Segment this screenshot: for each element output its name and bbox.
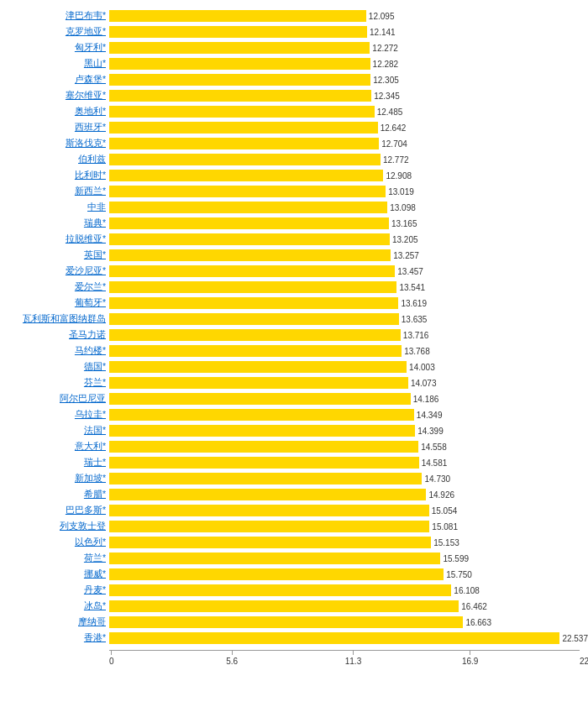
bar-row: 匈牙利*12.272 (0, 40, 588, 55)
bar (109, 154, 381, 165)
bar-value-label: 15.081 (432, 522, 458, 532)
bar-label[interactable]: 荷兰* (0, 553, 109, 564)
bar-area: 14.926 (109, 487, 588, 502)
bar-value-label: 12.642 (381, 123, 407, 133)
x-tick: 16.9 (462, 651, 478, 666)
bar-label[interactable]: 拉脱维亚* (0, 233, 109, 245)
bar-row: 意大利*14.558 (0, 439, 588, 454)
bar-row: 爱沙尼亚*13.457 (0, 264, 588, 279)
bar-label[interactable]: 德国* (0, 361, 109, 373)
bar (109, 138, 379, 149)
bar-label[interactable]: 丹麦* (0, 584, 109, 596)
bar-area: 15.599 (109, 551, 588, 566)
bar-value-label: 14.581 (422, 458, 448, 468)
bar-value-label: 14.186 (413, 395, 439, 404)
bar-label[interactable]: 克罗地亚* (0, 26, 109, 38)
bar-label[interactable]: 比利时* (0, 170, 109, 181)
x-tick-label: 11.3 (345, 657, 361, 666)
bar-value-label: 16.462 (461, 602, 487, 611)
bar-label[interactable]: 黑山* (0, 58, 109, 70)
bar-row: 卢森堡*12.305 (0, 72, 588, 87)
x-tick-label: 0 (109, 657, 114, 666)
bar (109, 568, 444, 580)
bar (109, 281, 396, 293)
bar-label[interactable]: 津巴布韦* (0, 10, 109, 22)
bar-label[interactable]: 马约楼* (0, 345, 109, 357)
bar-label[interactable]: 巴巴多斯* (0, 505, 109, 516)
bar (109, 58, 370, 70)
bar (109, 186, 386, 197)
bar (109, 265, 395, 277)
x-tick-label: 5.6 (226, 657, 238, 666)
bar-label[interactable]: 冰岛* (0, 600, 109, 612)
bar-label[interactable]: 法国* (0, 425, 109, 437)
x-tick-line (353, 651, 354, 655)
x-tick-label: 22.54 (580, 657, 588, 666)
bar (109, 297, 398, 309)
bar-label[interactable]: 斯洛伐克* (0, 138, 109, 149)
bar-label[interactable]: 圣马力诺 (0, 329, 109, 341)
bar (109, 329, 401, 341)
bar-row: 瑞士*14.581 (0, 455, 588, 470)
bar-label[interactable]: 瓦利斯和富图纳群岛 (0, 313, 109, 325)
bar-label[interactable]: 乌拉圭* (0, 409, 109, 421)
bar-label[interactable]: 爱沙尼亚* (0, 265, 109, 277)
bar-label[interactable]: 摩纳哥 (0, 616, 109, 628)
bar-area: 12.908 (109, 168, 588, 183)
bar-label[interactable]: 阿尔巴尼亚 (0, 393, 109, 405)
bar-area: 12.642 (109, 120, 588, 135)
bar-row: 列支敦士登15.081 (0, 519, 588, 534)
bar (109, 632, 559, 644)
bar (109, 345, 402, 357)
bar-label[interactable]: 中非 (0, 202, 109, 213)
bar-label[interactable]: 挪威* (0, 568, 109, 580)
bar-label[interactable]: 爱尔兰* (0, 281, 109, 293)
bar-value-label: 12.345 (374, 92, 400, 101)
bar-label[interactable]: 奥地利* (0, 106, 109, 118)
bar-label[interactable]: 新西兰* (0, 186, 109, 197)
bar-label[interactable]: 意大利* (0, 441, 109, 453)
bar-label[interactable]: 瑞典* (0, 217, 109, 229)
bar-area: 15.081 (109, 519, 588, 534)
bar (109, 537, 431, 548)
bar-area: 13.165 (109, 216, 588, 231)
bar-value-label: 15.054 (432, 506, 458, 516)
bar-row: 圣马力诺13.716 (0, 327, 588, 343)
bar-label[interactable]: 塞尔维亚* (0, 90, 109, 102)
bar-label[interactable]: 匈牙利* (0, 42, 109, 54)
bar-area: 12.095 (109, 8, 588, 24)
bar-label[interactable]: 以色列* (0, 537, 109, 548)
bar-row: 中非13.098 (0, 200, 588, 215)
bar (109, 600, 459, 612)
bar-label[interactable]: 葡萄牙* (0, 297, 109, 309)
bar-value-label: 16.663 (465, 618, 491, 627)
bar-label[interactable]: 瑞士* (0, 457, 109, 469)
bar-label[interactable]: 伯利兹 (0, 154, 109, 165)
bar-value-label: 12.141 (370, 28, 396, 37)
bar-row: 马约楼*13.768 (0, 343, 588, 359)
bar-area: 13.457 (109, 264, 588, 279)
bar-value-label: 15.750 (446, 570, 472, 579)
bar-label[interactable]: 芬兰* (0, 377, 109, 389)
bar-label[interactable]: 卢森堡* (0, 74, 109, 86)
bar-label[interactable]: 列支敦士登 (0, 521, 109, 532)
bar (109, 425, 415, 437)
bar-row: 英国*13.257 (0, 248, 588, 263)
x-tick: 11.3 (345, 651, 361, 666)
bar (109, 217, 389, 229)
bar (109, 106, 375, 118)
bar-value-label: 13.257 (393, 251, 419, 260)
bar-label[interactable]: 香港* (0, 632, 109, 644)
bar-label[interactable]: 英国* (0, 249, 109, 261)
bar (109, 553, 440, 564)
bar (109, 521, 429, 532)
bar-label[interactable]: 新加坡* (0, 473, 109, 484)
bar-row: 希腊*14.926 (0, 487, 588, 502)
bar-label[interactable]: 西班牙* (0, 122, 109, 134)
bar-value-label: 12.908 (386, 171, 412, 181)
bar-label[interactable]: 希腊* (0, 489, 109, 500)
bar-row: 奥地利*12.485 (0, 104, 588, 119)
bar-row: 爱尔兰*13.541 (0, 280, 588, 295)
bar (109, 202, 387, 213)
bar-row: 伯利兹12.772 (0, 152, 588, 167)
